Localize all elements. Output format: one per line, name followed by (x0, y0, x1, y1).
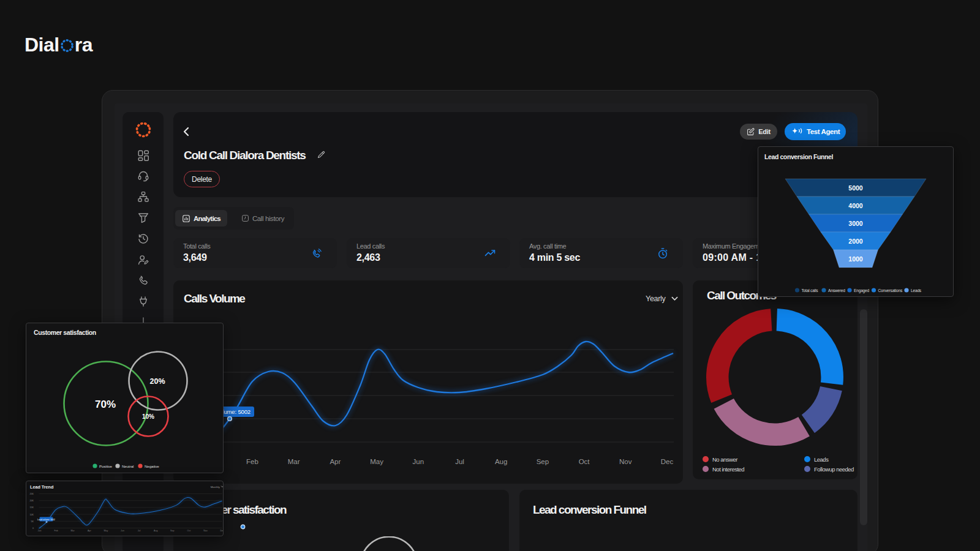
svg-text:Lead Trend: Lead Trend (30, 484, 53, 490)
svg-text:Nov: Nov (203, 530, 208, 532)
svg-text:Mar: Mar (71, 530, 75, 532)
svg-text:Answered: Answered (828, 288, 845, 293)
svg-text:Apr: Apr (330, 458, 341, 465)
svg-text:Jun: Jun (121, 530, 124, 532)
svg-text:Aug: Aug (495, 458, 507, 465)
svg-text:Not interested: Not interested (712, 466, 744, 473)
svg-text:Positive: Positive (99, 464, 113, 468)
svg-text:Lead volume: 5002: Lead volume: 5002 (37, 519, 55, 521)
svg-text:25K: 25K (30, 493, 34, 495)
svg-text:Neutral: Neutral (122, 464, 134, 468)
svg-text:Nov: Nov (619, 458, 632, 465)
svg-text:Leads: Leads (911, 288, 922, 293)
svg-text:Total calls: Total calls (802, 288, 819, 293)
svg-text:Sep: Sep (537, 458, 549, 465)
svg-text:May: May (370, 458, 383, 465)
svg-text:Monthly: Monthly (211, 485, 221, 489)
svg-text:Apr: Apr (88, 530, 91, 532)
svg-text:Followup needed: Followup needed (814, 466, 854, 473)
svg-text:No answer: No answer (712, 456, 737, 463)
svg-text:0: 0 (32, 527, 34, 530)
svg-text:15K: 15K (30, 506, 34, 509)
svg-text:May: May (104, 530, 108, 532)
svg-text:Leads: Leads (814, 456, 829, 463)
svg-text:Aug: Aug (154, 530, 157, 532)
svg-text:5000: 5000 (848, 184, 863, 192)
svg-text:10%: 10% (142, 413, 154, 420)
svg-text:Oct: Oct (187, 530, 191, 532)
svg-text:1000: 1000 (848, 255, 863, 263)
svg-text:Jun: Jun (413, 458, 424, 465)
svg-text:Feb: Feb (246, 458, 258, 465)
svg-text:Dec: Dec (661, 458, 674, 465)
svg-text:Jan: Jan (38, 530, 42, 532)
svg-text:Engaged: Engaged (854, 288, 870, 293)
svg-text:2000: 2000 (848, 238, 863, 245)
svg-text:Mar: Mar (288, 458, 300, 465)
svg-text:Jul: Jul (455, 458, 464, 465)
svg-text:Negative: Negative (145, 464, 159, 468)
svg-text:Sep: Sep (170, 530, 174, 532)
svg-text:Jul: Jul (138, 530, 141, 532)
svg-text:20K: 20K (30, 500, 34, 502)
svg-text:70%: 70% (95, 399, 116, 410)
svg-text:3000: 3000 (848, 220, 863, 227)
svg-text:20%: 20% (149, 377, 165, 386)
svg-text:Conversations: Conversations (878, 288, 903, 293)
svg-text:5K: 5K (31, 520, 34, 523)
svg-text:10K: 10K (30, 514, 34, 516)
svg-text:4000: 4000 (848, 202, 863, 209)
svg-text:Oct: Oct (579, 458, 590, 465)
svg-text:Feb: Feb (54, 530, 58, 532)
svg-text:Dec: Dec (220, 530, 223, 532)
